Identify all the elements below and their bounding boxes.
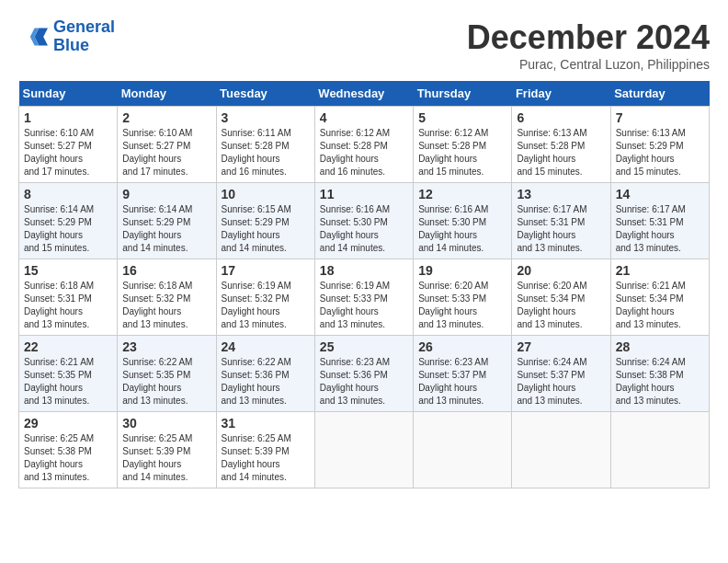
table-row: 11 Sunrise: 6:16 AM Sunset: 5:30 PM Dayl… [314,183,413,259]
day-number: 2 [122,110,210,125]
day-number: 5 [418,110,506,125]
table-row: 24 Sunrise: 6:22 AM Sunset: 5:36 PM Dayl… [216,336,314,412]
calendar-table: Sunday Monday Tuesday Wednesday Thursday… [18,81,710,488]
table-row [512,412,610,488]
table-row: 27 Sunrise: 6:24 AM Sunset: 5:37 PM Dayl… [512,336,610,412]
day-number: 22 [24,339,112,354]
day-info: Sunrise: 6:13 AM Sunset: 5:28 PM Dayligh… [517,127,605,178]
table-row: 31 Sunrise: 6:25 AM Sunset: 5:39 PM Dayl… [216,412,314,488]
day-number: 13 [517,187,605,201]
table-row: 4 Sunrise: 6:12 AM Sunset: 5:28 PM Dayli… [314,107,413,183]
day-info: Sunrise: 6:11 AM Sunset: 5:28 PM Dayligh… [222,127,310,178]
day-number: 12 [418,187,506,201]
day-info: Sunrise: 6:16 AM Sunset: 5:30 PM Dayligh… [418,203,506,255]
day-info: Sunrise: 6:18 AM Sunset: 5:32 PM Dayligh… [122,280,210,331]
table-row: 9 Sunrise: 6:14 AM Sunset: 5:29 PM Dayli… [118,183,216,259]
day-info: Sunrise: 6:23 AM Sunset: 5:36 PM Dayligh… [320,356,408,408]
table-row [414,412,512,488]
day-info: Sunrise: 6:22 AM Sunset: 5:36 PM Dayligh… [222,356,310,408]
table-row: 29 Sunrise: 6:25 AM Sunset: 5:38 PM Dayl… [19,412,118,488]
day-info: Sunrise: 6:14 AM Sunset: 5:29 PM Dayligh… [24,203,112,255]
day-number: 6 [517,110,605,125]
table-row: 14 Sunrise: 6:17 AM Sunset: 5:31 PM Dayl… [610,183,709,259]
table-row: 13 Sunrise: 6:17 AM Sunset: 5:31 PM Dayl… [512,183,610,259]
day-info: Sunrise: 6:20 AM Sunset: 5:34 PM Dayligh… [517,280,605,331]
day-info: Sunrise: 6:12 AM Sunset: 5:28 PM Dayligh… [320,127,408,178]
day-info: Sunrise: 6:20 AM Sunset: 5:33 PM Dayligh… [418,280,506,331]
table-row: 15 Sunrise: 6:18 AM Sunset: 5:31 PM Dayl… [19,259,118,336]
day-info: Sunrise: 6:23 AM Sunset: 5:37 PM Dayligh… [418,356,506,408]
logo: General Blue [18,18,115,55]
table-row: 25 Sunrise: 6:23 AM Sunset: 5:36 PM Dayl… [314,336,413,412]
page-header: General Blue December 2024 Purac, Centra… [18,18,710,72]
table-row: 21 Sunrise: 6:21 AM Sunset: 5:34 PM Dayl… [610,259,709,336]
day-info: Sunrise: 6:10 AM Sunset: 5:27 PM Dayligh… [122,127,210,178]
day-info: Sunrise: 6:16 AM Sunset: 5:30 PM Dayligh… [320,203,408,255]
table-row [610,412,709,488]
day-info: Sunrise: 6:15 AM Sunset: 5:29 PM Dayligh… [222,203,310,255]
day-number: 30 [122,416,210,431]
day-number: 23 [122,339,210,354]
table-row: 10 Sunrise: 6:15 AM Sunset: 5:29 PM Dayl… [216,183,314,259]
table-row: 26 Sunrise: 6:23 AM Sunset: 5:37 PM Dayl… [414,336,512,412]
day-number: 28 [616,339,704,354]
day-info: Sunrise: 6:18 AM Sunset: 5:31 PM Dayligh… [24,280,112,331]
day-info: Sunrise: 6:24 AM Sunset: 5:37 PM Dayligh… [517,356,605,408]
day-info: Sunrise: 6:12 AM Sunset: 5:28 PM Dayligh… [418,127,506,178]
col-tuesday: Tuesday [216,81,314,107]
day-info: Sunrise: 6:21 AM Sunset: 5:35 PM Dayligh… [24,356,112,408]
table-row: 20 Sunrise: 6:20 AM Sunset: 5:34 PM Dayl… [512,259,610,336]
day-number: 18 [320,263,408,278]
day-number: 17 [222,263,310,278]
col-sunday: Sunday [19,81,118,107]
table-row: 2 Sunrise: 6:10 AM Sunset: 5:27 PM Dayli… [118,107,216,183]
month-title: December 2024 [467,18,710,57]
table-row: 22 Sunrise: 6:21 AM Sunset: 5:35 PM Dayl… [19,336,118,412]
day-number: 25 [320,339,408,354]
table-row [314,412,413,488]
day-info: Sunrise: 6:17 AM Sunset: 5:31 PM Dayligh… [616,203,704,255]
header-row: Sunday Monday Tuesday Wednesday Thursday… [19,81,710,107]
calendar-week-4: 22 Sunrise: 6:21 AM Sunset: 5:35 PM Dayl… [19,336,710,412]
day-number: 21 [616,263,704,278]
day-info: Sunrise: 6:14 AM Sunset: 5:29 PM Dayligh… [122,203,210,255]
day-info: Sunrise: 6:19 AM Sunset: 5:33 PM Dayligh… [320,280,408,331]
day-number: 27 [517,339,605,354]
table-row: 19 Sunrise: 6:20 AM Sunset: 5:33 PM Dayl… [414,259,512,336]
calendar-week-1: 1 Sunrise: 6:10 AM Sunset: 5:27 PM Dayli… [19,107,710,183]
calendar-week-3: 15 Sunrise: 6:18 AM Sunset: 5:31 PM Dayl… [19,259,710,336]
day-number: 24 [222,339,310,354]
col-friday: Friday [512,81,610,107]
col-thursday: Thursday [414,81,512,107]
day-info: Sunrise: 6:24 AM Sunset: 5:38 PM Dayligh… [616,356,704,408]
table-row: 1 Sunrise: 6:10 AM Sunset: 5:27 PM Dayli… [19,107,118,183]
logo-text: General Blue [53,18,115,55]
table-row: 6 Sunrise: 6:13 AM Sunset: 5:28 PM Dayli… [512,107,610,183]
title-block: December 2024 Purac, Central Luzon, Phil… [467,18,710,72]
day-info: Sunrise: 6:25 AM Sunset: 5:39 PM Dayligh… [122,432,210,484]
day-number: 4 [320,110,408,125]
table-row: 30 Sunrise: 6:25 AM Sunset: 5:39 PM Dayl… [118,412,216,488]
day-number: 15 [24,263,112,278]
day-info: Sunrise: 6:25 AM Sunset: 5:39 PM Dayligh… [222,432,310,484]
logo-icon [18,22,48,52]
day-number: 9 [122,187,210,201]
table-row: 23 Sunrise: 6:22 AM Sunset: 5:35 PM Dayl… [118,336,216,412]
day-info: Sunrise: 6:19 AM Sunset: 5:32 PM Dayligh… [222,280,310,331]
location: Purac, Central Luzon, Philippines [467,57,710,72]
day-number: 29 [24,416,112,431]
day-number: 19 [418,263,506,278]
day-number: 16 [122,263,210,278]
day-number: 10 [222,187,310,201]
day-number: 14 [616,187,704,201]
table-row: 17 Sunrise: 6:19 AM Sunset: 5:32 PM Dayl… [216,259,314,336]
table-row: 3 Sunrise: 6:11 AM Sunset: 5:28 PM Dayli… [216,107,314,183]
day-info: Sunrise: 6:13 AM Sunset: 5:29 PM Dayligh… [616,127,704,178]
day-number: 26 [418,339,506,354]
day-info: Sunrise: 6:17 AM Sunset: 5:31 PM Dayligh… [517,203,605,255]
day-info: Sunrise: 6:22 AM Sunset: 5:35 PM Dayligh… [122,356,210,408]
col-wednesday: Wednesday [314,81,413,107]
day-number: 1 [24,110,112,125]
day-info: Sunrise: 6:21 AM Sunset: 5:34 PM Dayligh… [616,280,704,331]
day-number: 11 [320,187,408,201]
